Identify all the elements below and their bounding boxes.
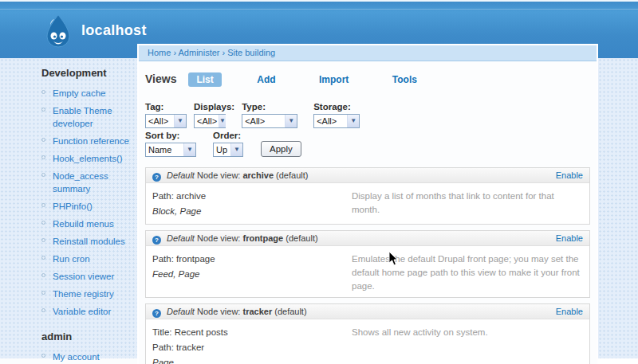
filter-row-1: Tag: <All> ▼ Displays: <All> ▼ Type:	[145, 102, 590, 128]
help-icon[interactable]: ?	[152, 236, 161, 245]
chevron-down-icon[interactable]: ▼	[347, 115, 359, 127]
bullet-icon	[41, 308, 45, 312]
chevron-down-icon[interactable]: ▼	[174, 115, 186, 127]
sort-by-select[interactable]: Name ▼	[145, 143, 196, 157]
drupal-admin-page: localhost Development Empty cache Enable…	[0, 0, 638, 364]
view-row-body: Path: frontpage Feed, Page Emulates the …	[146, 246, 589, 297]
filter-tag: Tag: <All> ▼	[145, 102, 187, 128]
view-row-header: ? Default Node view: tracker (default) E…	[146, 304, 589, 319]
sidebar-item-function-reference[interactable]: Function reference	[41, 135, 136, 147]
sidebar-item-theme-registry[interactable]: Theme registry	[41, 288, 136, 300]
filter-displays: Displays: <All> ▼	[194, 102, 234, 128]
breadcrumb[interactable]: Home › Administer › Site building	[139, 45, 597, 61]
view-path: Path: tracker	[152, 340, 583, 355]
bullet-icon	[41, 221, 45, 225]
view-type-badge: Default	[167, 170, 195, 180]
sidebar-item-enable-theme-developer[interactable]: Enable Theme developer	[41, 104, 136, 130]
storage-label: Storage:	[313, 102, 360, 112]
type-select[interactable]: <All> ▼	[242, 114, 297, 128]
chevron-down-icon[interactable]: ▼	[219, 115, 226, 127]
view-row-archive: ? Default Node view: archive (default) E…	[145, 167, 590, 225]
type-label: Type:	[242, 102, 297, 112]
storage-select[interactable]: <All> ▼	[313, 114, 360, 128]
filter-row-2: Sort by: Name ▼ Order: Up ▼ Apply	[145, 131, 590, 157]
bullet-icon	[41, 354, 45, 358]
tab-add[interactable]: Add	[249, 72, 283, 87]
tab-import[interactable]: Import	[311, 72, 356, 87]
view-suffix: (default)	[276, 170, 308, 180]
view-type-badge: Default	[167, 307, 195, 316]
view-kind: Node view:	[197, 307, 240, 316]
view-description: Display a list of months that link to co…	[352, 190, 585, 217]
chevron-down-icon[interactable]: ▼	[183, 143, 195, 156]
view-kind: Node view:	[197, 170, 240, 180]
content-panel: Home › Administer › Site building Views …	[137, 44, 598, 364]
sidebar-item-phpinfo[interactable]: PHPinfo()	[41, 200, 136, 213]
views-list: ? Default Node view: archive (default) E…	[145, 167, 590, 364]
view-suffix: (default)	[274, 307, 306, 316]
page-title: Views	[145, 72, 180, 85]
view-type-badge: Default	[167, 233, 195, 243]
sidebar-item-session-viewer[interactable]: Session viewer	[41, 270, 136, 283]
sidebar-item-variable-editor[interactable]: Variable editor	[41, 305, 136, 318]
view-name: tracker	[242, 307, 272, 316]
sort-by-label: Sort by:	[145, 131, 196, 140]
sidebar-section-development: Development	[41, 67, 137, 79]
sidebar-item-node-access-summary[interactable]: Node_access summary	[41, 170, 136, 195]
view-row-header: ? Default Node view: frontpage (default)…	[146, 231, 589, 246]
title-row: Views List Add Import Tools	[145, 72, 590, 89]
sidebar: Development Empty cache Enable Theme dev…	[41, 67, 137, 364]
sidebar-item-run-cron[interactable]: Run cron	[41, 252, 136, 265]
view-displays: Page	[152, 355, 583, 364]
view-suffix: (default)	[286, 233, 317, 243]
bullet-icon	[41, 256, 45, 260]
view-row-frontpage: ? Default Node view: frontpage (default)…	[145, 230, 590, 298]
bullet-icon	[41, 108, 45, 112]
view-row-header: ? Default Node view: archive (default) E…	[146, 168, 589, 183]
sidebar-item-hook-elements[interactable]: Hook_elements()	[41, 152, 136, 165]
view-description: Emulates the default Drupal front page; …	[352, 252, 585, 293]
bullet-icon	[41, 273, 45, 277]
filter-type: Type: <All> ▼	[242, 102, 297, 128]
sidebar-item-my-account[interactable]: My account	[41, 350, 136, 363]
displays-select[interactable]: <All> ▼	[194, 114, 226, 128]
tab-tools[interactable]: Tools	[384, 72, 425, 87]
chevron-down-icon[interactable]: ▼	[230, 143, 242, 156]
tab-bar: List Add Import Tools	[188, 72, 448, 87]
filter-order: Order: Up ▼	[213, 131, 243, 157]
view-name: archive	[242, 170, 274, 180]
bullet-icon	[41, 90, 45, 94]
tab-list[interactable]: List	[188, 72, 221, 87]
help-icon[interactable]: ?	[152, 309, 161, 318]
view-row-body: Path: archive Block, Page Display a list…	[146, 183, 589, 224]
bullet-icon	[41, 173, 45, 177]
sidebar-development-list: Empty cache Enable Theme developer Funct…	[41, 87, 137, 318]
bullet-icon	[41, 155, 45, 159]
bullet-icon	[41, 291, 45, 295]
bullet-icon	[41, 238, 45, 242]
chevron-down-icon[interactable]: ▼	[285, 115, 297, 127]
view-name: frontpage	[242, 233, 283, 243]
order-select[interactable]: Up ▼	[213, 143, 243, 157]
displays-label: Displays:	[194, 102, 234, 112]
enable-link[interactable]: Enable	[556, 231, 583, 245]
tag-label: Tag:	[145, 102, 187, 112]
view-description: Shows all new activity on system.	[352, 326, 585, 339]
sidebar-item-rebuild-menus[interactable]: Rebuild menus	[41, 217, 136, 230]
view-row-body: Title: Recent posts Path: tracker Page S…	[146, 319, 589, 364]
drupal-logo-icon[interactable]	[44, 14, 73, 48]
apply-button[interactable]: Apply	[261, 141, 301, 157]
enable-link[interactable]: Enable	[556, 168, 583, 182]
filters: Tag: <All> ▼ Displays: <All> ▼ Type:	[145, 102, 590, 157]
tag-select[interactable]: <All> ▼	[145, 114, 187, 128]
help-icon[interactable]: ?	[152, 173, 161, 182]
order-label: Order:	[213, 131, 243, 140]
sidebar-item-reinstall-modules[interactable]: Reinstall modules	[41, 235, 136, 248]
view-kind: Node view:	[197, 233, 240, 243]
bullet-icon	[41, 203, 45, 207]
site-name[interactable]: localhost	[81, 22, 147, 39]
bullet-icon	[41, 138, 45, 142]
filter-sort: Sort by: Name ▼	[145, 131, 196, 157]
enable-link[interactable]: Enable	[556, 304, 583, 319]
sidebar-item-empty-cache[interactable]: Empty cache	[41, 87, 136, 100]
